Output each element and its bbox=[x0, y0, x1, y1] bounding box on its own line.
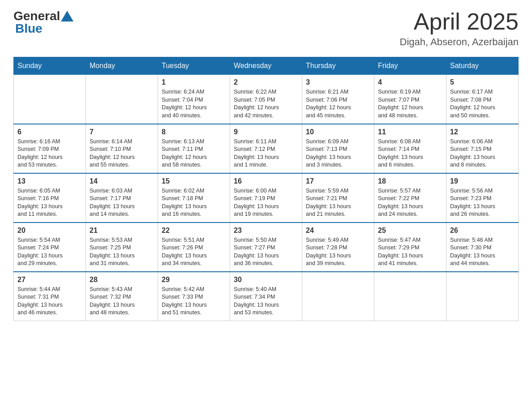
weekday-header-sunday: Sunday bbox=[14, 57, 86, 75]
calendar-cell: 20Sunrise: 5:54 AM Sunset: 7:24 PM Dayli… bbox=[14, 223, 86, 272]
calendar-cell: 14Sunrise: 6:03 AM Sunset: 7:17 PM Dayli… bbox=[86, 173, 158, 223]
day-info: Sunrise: 5:40 AM Sunset: 7:34 PM Dayligh… bbox=[234, 286, 298, 317]
day-number: 17 bbox=[306, 177, 370, 185]
calendar-cell: 23Sunrise: 5:50 AM Sunset: 7:27 PM Dayli… bbox=[230, 223, 302, 272]
day-number: 19 bbox=[450, 177, 515, 185]
day-number: 29 bbox=[162, 276, 226, 284]
calendar-cell: 17Sunrise: 5:59 AM Sunset: 7:21 PM Dayli… bbox=[302, 173, 374, 223]
day-number: 21 bbox=[90, 227, 154, 235]
calendar-week-row: 27Sunrise: 5:44 AM Sunset: 7:31 PM Dayli… bbox=[14, 272, 519, 321]
day-number: 7 bbox=[90, 128, 154, 136]
day-number: 30 bbox=[234, 276, 298, 284]
day-info: Sunrise: 6:13 AM Sunset: 7:11 PM Dayligh… bbox=[162, 138, 226, 169]
calendar-cell bbox=[302, 272, 374, 321]
day-number: 23 bbox=[234, 227, 298, 235]
day-info: Sunrise: 5:57 AM Sunset: 7:22 PM Dayligh… bbox=[378, 187, 442, 218]
day-info: Sunrise: 5:59 AM Sunset: 7:21 PM Dayligh… bbox=[306, 187, 370, 218]
day-info: Sunrise: 6:00 AM Sunset: 7:19 PM Dayligh… bbox=[234, 187, 298, 218]
calendar-cell bbox=[446, 272, 519, 321]
day-info: Sunrise: 6:06 AM Sunset: 7:15 PM Dayligh… bbox=[450, 138, 515, 169]
calendar-cell: 11Sunrise: 6:08 AM Sunset: 7:14 PM Dayli… bbox=[374, 124, 446, 173]
calendar-cell: 15Sunrise: 6:02 AM Sunset: 7:18 PM Dayli… bbox=[158, 173, 230, 223]
calendar-cell: 22Sunrise: 5:51 AM Sunset: 7:26 PM Dayli… bbox=[158, 223, 230, 272]
day-number: 16 bbox=[234, 177, 298, 185]
calendar-cell: 21Sunrise: 5:53 AM Sunset: 7:25 PM Dayli… bbox=[86, 223, 158, 272]
day-number: 8 bbox=[162, 128, 226, 136]
logo-blue-text: Blue bbox=[15, 21, 43, 35]
day-info: Sunrise: 6:24 AM Sunset: 7:04 PM Dayligh… bbox=[162, 88, 226, 120]
day-number: 15 bbox=[162, 177, 226, 185]
day-number: 18 bbox=[378, 177, 442, 185]
calendar-cell: 28Sunrise: 5:43 AM Sunset: 7:32 PM Dayli… bbox=[86, 272, 158, 321]
day-number: 22 bbox=[162, 227, 226, 235]
calendar-cell: 1Sunrise: 6:24 AM Sunset: 7:04 PM Daylig… bbox=[158, 75, 230, 124]
calendar-cell: 3Sunrise: 6:21 AM Sunset: 7:06 PM Daylig… bbox=[302, 75, 374, 124]
weekday-header-wednesday: Wednesday bbox=[230, 57, 302, 75]
day-number: 4 bbox=[378, 78, 442, 86]
calendar-cell: 6Sunrise: 6:16 AM Sunset: 7:09 PM Daylig… bbox=[14, 124, 86, 173]
day-number: 11 bbox=[378, 128, 442, 136]
calendar-cell: 18Sunrise: 5:57 AM Sunset: 7:22 PM Dayli… bbox=[374, 173, 446, 223]
calendar-cell: 29Sunrise: 5:42 AM Sunset: 7:33 PM Dayli… bbox=[158, 272, 230, 321]
day-info: Sunrise: 6:03 AM Sunset: 7:17 PM Dayligh… bbox=[90, 187, 154, 218]
day-info: Sunrise: 5:56 AM Sunset: 7:23 PM Dayligh… bbox=[450, 187, 515, 218]
calendar-week-row: 1Sunrise: 6:24 AM Sunset: 7:04 PM Daylig… bbox=[14, 75, 519, 124]
day-info: Sunrise: 6:09 AM Sunset: 7:13 PM Dayligh… bbox=[306, 138, 370, 169]
calendar-cell: 5Sunrise: 6:17 AM Sunset: 7:08 PM Daylig… bbox=[446, 75, 519, 124]
calendar-week-row: 13Sunrise: 6:05 AM Sunset: 7:16 PM Dayli… bbox=[14, 173, 519, 223]
day-number: 1 bbox=[162, 78, 226, 86]
day-info: Sunrise: 6:19 AM Sunset: 7:07 PM Dayligh… bbox=[378, 88, 442, 120]
location-title: Digah, Abseron, Azerbaijan bbox=[400, 36, 519, 48]
day-number: 9 bbox=[234, 128, 298, 136]
day-info: Sunrise: 6:08 AM Sunset: 7:14 PM Dayligh… bbox=[378, 138, 442, 169]
weekday-header-thursday: Thursday bbox=[302, 57, 374, 75]
calendar-week-row: 20Sunrise: 5:54 AM Sunset: 7:24 PM Dayli… bbox=[14, 223, 519, 272]
day-number: 26 bbox=[450, 227, 515, 235]
calendar-cell: 19Sunrise: 5:56 AM Sunset: 7:23 PM Dayli… bbox=[446, 173, 519, 223]
day-info: Sunrise: 6:14 AM Sunset: 7:10 PM Dayligh… bbox=[90, 138, 154, 169]
calendar-cell: 9Sunrise: 6:11 AM Sunset: 7:12 PM Daylig… bbox=[230, 124, 302, 173]
day-info: Sunrise: 6:05 AM Sunset: 7:16 PM Dayligh… bbox=[17, 187, 82, 218]
calendar-table: SundayMondayTuesdayWednesdayThursdayFrid… bbox=[13, 57, 519, 321]
day-info: Sunrise: 5:49 AM Sunset: 7:28 PM Dayligh… bbox=[306, 236, 370, 268]
day-info: Sunrise: 5:53 AM Sunset: 7:25 PM Dayligh… bbox=[90, 236, 154, 268]
day-number: 25 bbox=[378, 227, 442, 235]
day-info: Sunrise: 5:46 AM Sunset: 7:30 PM Dayligh… bbox=[450, 236, 515, 268]
day-number: 28 bbox=[90, 276, 154, 284]
day-info: Sunrise: 6:02 AM Sunset: 7:18 PM Dayligh… bbox=[162, 187, 226, 218]
day-info: Sunrise: 6:22 AM Sunset: 7:05 PM Dayligh… bbox=[234, 88, 298, 120]
day-number: 2 bbox=[234, 78, 298, 86]
month-title: April 2025 bbox=[400, 9, 519, 34]
calendar-cell bbox=[86, 75, 158, 124]
calendar-cell bbox=[14, 75, 86, 124]
day-number: 20 bbox=[17, 227, 82, 235]
page-header: General Blue April 2025 Digah, Abseron, … bbox=[13, 9, 519, 48]
day-info: Sunrise: 5:42 AM Sunset: 7:33 PM Dayligh… bbox=[162, 286, 226, 317]
day-info: Sunrise: 5:51 AM Sunset: 7:26 PM Dayligh… bbox=[162, 236, 226, 268]
day-info: Sunrise: 5:44 AM Sunset: 7:31 PM Dayligh… bbox=[17, 286, 82, 317]
weekday-header-monday: Monday bbox=[86, 57, 158, 75]
day-info: Sunrise: 5:54 AM Sunset: 7:24 PM Dayligh… bbox=[17, 236, 82, 268]
day-info: Sunrise: 5:47 AM Sunset: 7:29 PM Dayligh… bbox=[378, 236, 442, 268]
calendar-cell bbox=[374, 272, 446, 321]
calendar-cell: 2Sunrise: 6:22 AM Sunset: 7:05 PM Daylig… bbox=[230, 75, 302, 124]
calendar-cell: 7Sunrise: 6:14 AM Sunset: 7:10 PM Daylig… bbox=[86, 124, 158, 173]
weekday-header-tuesday: Tuesday bbox=[158, 57, 230, 75]
day-info: Sunrise: 5:43 AM Sunset: 7:32 PM Dayligh… bbox=[90, 286, 154, 317]
day-info: Sunrise: 6:17 AM Sunset: 7:08 PM Dayligh… bbox=[450, 88, 515, 120]
weekday-header-friday: Friday bbox=[374, 57, 446, 75]
calendar-cell: 16Sunrise: 6:00 AM Sunset: 7:19 PM Dayli… bbox=[230, 173, 302, 223]
calendar-cell: 25Sunrise: 5:47 AM Sunset: 7:29 PM Dayli… bbox=[374, 223, 446, 272]
day-number: 3 bbox=[306, 78, 370, 86]
calendar-week-row: 6Sunrise: 6:16 AM Sunset: 7:09 PM Daylig… bbox=[14, 124, 519, 173]
calendar-cell: 12Sunrise: 6:06 AM Sunset: 7:15 PM Dayli… bbox=[446, 124, 519, 173]
day-number: 24 bbox=[306, 227, 370, 235]
logo: General Blue bbox=[13, 9, 74, 36]
day-number: 12 bbox=[450, 128, 515, 136]
day-number: 5 bbox=[450, 78, 515, 86]
calendar-cell: 24Sunrise: 5:49 AM Sunset: 7:28 PM Dayli… bbox=[302, 223, 374, 272]
day-number: 13 bbox=[17, 177, 82, 185]
day-number: 14 bbox=[90, 177, 154, 185]
weekday-header-row: SundayMondayTuesdayWednesdayThursdayFrid… bbox=[14, 57, 519, 75]
day-info: Sunrise: 6:11 AM Sunset: 7:12 PM Dayligh… bbox=[234, 138, 298, 169]
